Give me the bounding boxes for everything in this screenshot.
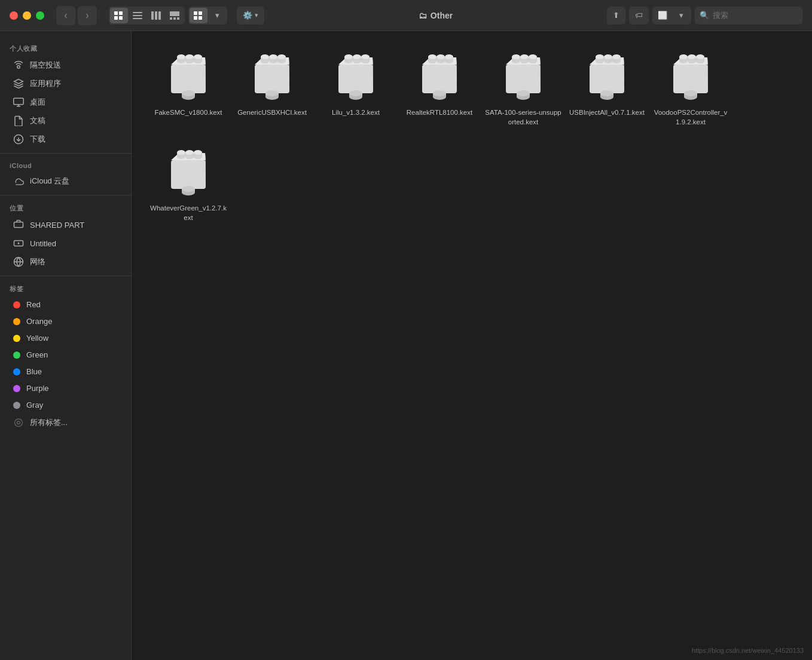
- traffic-lights: [10, 11, 44, 20]
- file-name: GenericUSBXHCI.kext: [237, 108, 307, 117]
- purple-tag-dot: [13, 385, 20, 392]
- sidebar-item-desktop[interactable]: 桌面: [4, 93, 127, 111]
- sidebar-label-blue: Blue: [26, 367, 42, 376]
- svg-point-68: [353, 54, 361, 59]
- svg-point-116: [612, 54, 621, 59]
- svg-point-44: [182, 90, 195, 96]
- sidebar-item-tag-orange[interactable]: Orange: [4, 313, 127, 329]
- file-item[interactable]: RealtekRTL8100.kext: [401, 49, 478, 127]
- sidebar-item-tag-yellow[interactable]: Yellow: [4, 330, 127, 346]
- shared-drive-icon: [13, 219, 24, 230]
- window-title-text: Other: [431, 11, 453, 20]
- share-button[interactable]: ⬆: [607, 7, 625, 25]
- svg-rect-0: [114, 11, 118, 15]
- file-name: WhateverGreen_v1.2.7.kext: [149, 203, 227, 222]
- svg-rect-4: [133, 12, 142, 13]
- forward-button[interactable]: ›: [78, 6, 97, 25]
- svg-point-101: [529, 54, 537, 59]
- sidebar-label-icloud: iCloud 云盘: [30, 176, 69, 187]
- sidebar-section-locations: 位置: [0, 200, 131, 215]
- main-container: 个人收藏 隔空投送 应用程序 桌面: [0, 31, 812, 660]
- view-group: [109, 7, 185, 25]
- sidebar-label-yellow: Yellow: [26, 334, 48, 343]
- untitled-drive-icon: [13, 238, 24, 249]
- svg-rect-12: [173, 17, 176, 20]
- settings-button[interactable]: ⚙️ ▾: [237, 7, 264, 25]
- sidebar-section-tags: 标签: [0, 281, 131, 296]
- close-button[interactable]: [10, 11, 18, 20]
- list-view-button[interactable]: [129, 8, 146, 23]
- file-item[interactable]: VoodooPS2Controller_v1.9.2.kext: [652, 49, 729, 127]
- svg-rect-10: [170, 11, 179, 16]
- file-name: RealtekRTL8100.kext: [407, 108, 472, 117]
- svg-point-83: [436, 54, 445, 59]
- divider-1: [0, 153, 131, 154]
- svg-point-110: [596, 54, 604, 59]
- sidebar-item-tag-all[interactable]: 所有标签...: [4, 414, 127, 432]
- svg-rect-14: [194, 11, 197, 15]
- file-item[interactable]: WhateverGreen_v1.2.7.kext: [149, 145, 227, 222]
- svg-rect-7: [151, 11, 154, 20]
- sidebar: 个人收藏 隔空投送 应用程序 桌面: [0, 31, 132, 660]
- svg-rect-11: [170, 17, 172, 20]
- sidebar-item-tag-purple[interactable]: Purple: [4, 380, 127, 396]
- svg-point-89: [433, 90, 446, 96]
- icloud-icon: [13, 176, 24, 187]
- tag-button[interactable]: 🏷: [629, 7, 649, 25]
- blue-tag-dot: [13, 368, 20, 375]
- sidebar-item-tag-blue[interactable]: Blue: [4, 363, 127, 380]
- file-item[interactable]: FakeSMC_v1800.kext: [149, 49, 227, 127]
- file-item[interactable]: GenericUSBXHCI.kext: [233, 49, 311, 127]
- svg-point-143: [185, 150, 194, 155]
- file-item[interactable]: USBInjectAll_v0.7.1.kext: [568, 49, 646, 127]
- view-mode-group: ▾: [188, 7, 227, 25]
- sidebar-section-icloud: iCloud: [0, 158, 131, 172]
- sidebar-item-tag-green[interactable]: Green: [4, 347, 127, 363]
- svg-point-104: [517, 90, 530, 96]
- sidebar-item-downloads[interactable]: 下载: [4, 130, 127, 148]
- sidebar-item-network[interactable]: 网络: [4, 253, 127, 271]
- sidebar-item-untitled[interactable]: Untitled: [4, 234, 127, 252]
- minimize-button[interactable]: [23, 11, 31, 20]
- svg-point-125: [679, 54, 688, 59]
- sidebar-label-gray: Gray: [26, 401, 43, 410]
- svg-rect-75: [422, 65, 457, 93]
- sidebar-item-apps[interactable]: 应用程序: [4, 75, 127, 93]
- sidebar-item-icloud[interactable]: iCloud 云盘: [4, 172, 127, 190]
- downloads-icon: [13, 134, 24, 145]
- svg-point-128: [688, 54, 696, 59]
- sidebar-item-tag-red[interactable]: Red: [4, 297, 127, 313]
- network-icon: [13, 256, 24, 267]
- svg-point-131: [696, 54, 704, 59]
- sidebar-item-docs[interactable]: 文稿: [4, 112, 127, 130]
- grid-view-button[interactable]: [190, 8, 207, 23]
- kext-icon-wrapper: [329, 49, 383, 103]
- sidebar-item-tag-gray[interactable]: Gray: [4, 397, 127, 413]
- svg-point-59: [265, 90, 279, 96]
- search-wrapper: 🔍: [695, 7, 802, 25]
- panel-button[interactable]: ⬜: [654, 8, 671, 23]
- file-item[interactable]: SATA-100-series-unsupported.kext: [484, 49, 562, 127]
- chevron-down-icon[interactable]: ▾: [208, 8, 226, 23]
- watermark: https://blog.csdn.net/weixin_44520133: [692, 647, 804, 654]
- file-name: Lilu_v1.3.2.kext: [332, 108, 380, 117]
- sidebar-item-airdrop[interactable]: 隔空投送: [4, 56, 127, 74]
- sidebar-item-shared[interactable]: SHARED PART: [4, 216, 127, 234]
- search-input[interactable]: [695, 7, 802, 25]
- svg-rect-90: [506, 65, 541, 93]
- file-item[interactable]: Lilu_v1.3.2.kext: [317, 49, 395, 127]
- panel-chevron[interactable]: ▾: [672, 8, 690, 23]
- gallery-view-button[interactable]: [166, 8, 184, 23]
- svg-point-134: [684, 90, 697, 96]
- maximize-button[interactable]: [36, 11, 44, 20]
- icon-view-button[interactable]: [110, 8, 128, 23]
- svg-rect-19: [14, 98, 24, 105]
- column-view-button[interactable]: [147, 8, 165, 23]
- back-button[interactable]: ‹: [56, 6, 75, 25]
- kext-icon-wrapper: [496, 49, 550, 103]
- svg-point-29: [17, 421, 20, 424]
- svg-rect-6: [133, 18, 142, 19]
- airdrop-icon: [13, 60, 24, 71]
- sidebar-label-apps: 应用程序: [30, 78, 61, 89]
- sidebar-label-red: Red: [26, 300, 41, 309]
